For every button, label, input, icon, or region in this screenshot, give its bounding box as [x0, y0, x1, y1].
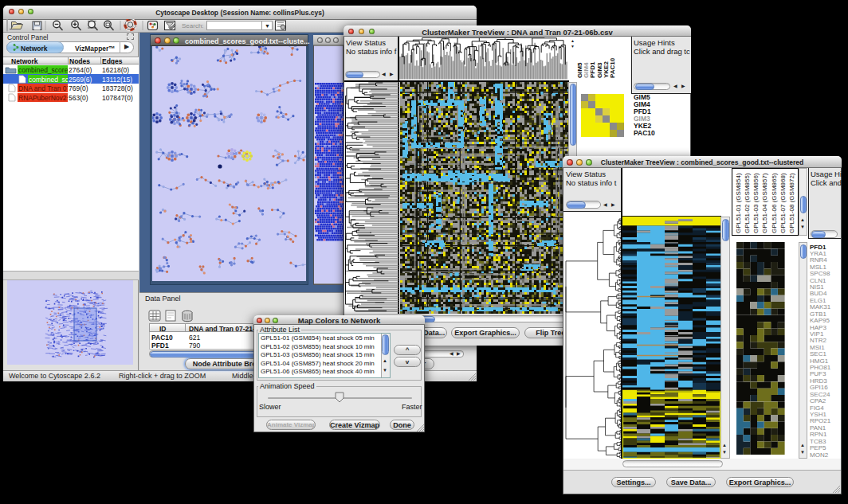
svg-text:GPL51-06 (GSM865): GPL51-06 (GSM865) — [771, 173, 778, 233]
svg-text:GPL51-03 (GSM856): GPL51-03 (GSM856) — [752, 173, 760, 233]
svg-text:GPL51-08 (GSM872): GPL51-08 (GSM872) — [788, 173, 795, 233]
svg-text:GPL51-04 (GSM857): GPL51-04 (GSM857) — [761, 173, 768, 233]
svg-text:GPL51-01 (GSM854): GPL51-01 (GSM854) — [735, 173, 742, 233]
svg-text:GPL51-07 (GSM868): GPL51-07 (GSM868) — [779, 173, 787, 233]
svg-text:PAC10: PAC10 — [609, 57, 616, 78]
svg-text:GPL51-02 (GSM855): GPL51-02 (GSM855) — [744, 173, 751, 233]
svg-text:MON2: MON2 — [810, 451, 829, 459]
